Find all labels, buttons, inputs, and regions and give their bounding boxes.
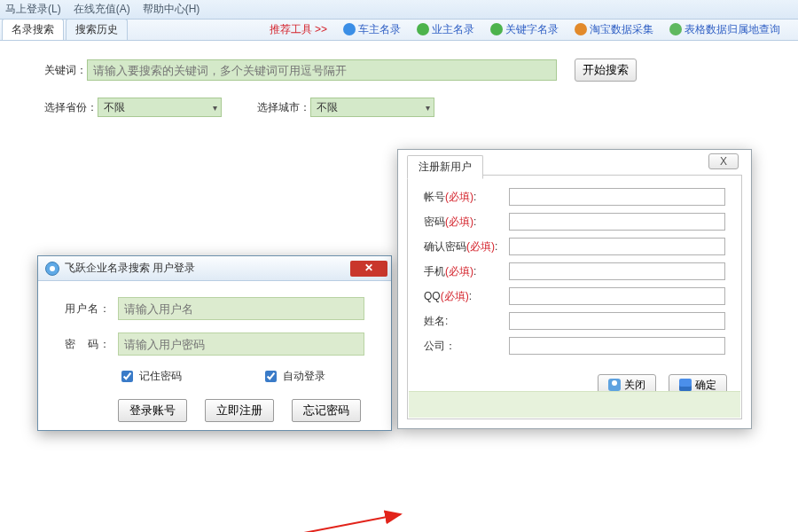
- link-keyword-dir[interactable]: 关键字名录: [490, 22, 559, 37]
- app-icon: [45, 262, 59, 276]
- menu-recharge[interactable]: 在线充值(A): [74, 2, 130, 17]
- login-button[interactable]: 登录账号: [118, 399, 187, 422]
- start-search-button[interactable]: 开始搜索: [575, 59, 637, 82]
- car-icon: [343, 23, 356, 35]
- taobao-icon: [575, 23, 587, 35]
- username-input[interactable]: [118, 297, 364, 320]
- password-input[interactable]: [118, 332, 364, 356]
- province-label: 选择省份：: [44, 100, 98, 115]
- menu-login[interactable]: 马上登录(L): [5, 2, 61, 17]
- save-icon: [679, 379, 692, 391]
- reg-account-input[interactable]: [509, 188, 725, 206]
- login-titlebar: 飞跃企业名录搜索 用户登录 ✕: [38, 256, 391, 281]
- chevron-down-icon: ▾: [213, 103, 217, 113]
- tool-links: 推荐工具 >> 车主名录 业主名录 关键字名录 淘宝数据采集 表格数据归属地查询: [270, 19, 798, 40]
- link-attribution[interactable]: 表格数据归属地查询: [669, 22, 780, 37]
- house-icon: [417, 23, 429, 35]
- autologin-checkbox[interactable]: 自动登录: [262, 368, 325, 385]
- menu-help[interactable]: 帮助中心(H): [143, 2, 200, 17]
- password-label: 密 码：: [65, 337, 118, 352]
- keyword-label: 关键词：: [44, 63, 87, 78]
- reg-footer-strip: [409, 391, 740, 418]
- reg-password-input[interactable]: [509, 213, 725, 231]
- chevron-down-icon: ▾: [426, 103, 430, 113]
- link-car-owner[interactable]: 车主名录: [343, 22, 401, 37]
- register-box: 帐号(必填): 密码(必填): 确认密码(必填): 手机(必填): QQ(必填)…: [407, 175, 742, 419]
- register-close-button[interactable]: X: [708, 153, 739, 169]
- globe-icon: [669, 23, 682, 35]
- username-label: 用户名：: [65, 301, 118, 317]
- city-value: 不限: [317, 100, 338, 115]
- key-icon: [490, 23, 503, 35]
- reg-name-input[interactable]: [509, 312, 725, 330]
- close-button[interactable]: ✕: [350, 261, 387, 277]
- province-select[interactable]: 不限 ▾: [98, 98, 222, 117]
- province-value: 不限: [104, 100, 125, 115]
- tab-directory-search[interactable]: 名录搜索: [2, 19, 64, 40]
- link-house-owner[interactable]: 业主名录: [417, 22, 474, 37]
- reg-company-input[interactable]: [509, 337, 725, 355]
- reg-confirm-input[interactable]: [509, 238, 725, 255]
- menu-bar: 马上登录(L) 在线充值(A) 帮助中心(H): [0, 0, 798, 20]
- forgot-password-button[interactable]: 忘记密码: [292, 399, 361, 422]
- search-panel: 关键词： 开始搜索 选择省份： 不限 ▾ 选择城市： 不限 ▾: [0, 41, 798, 142]
- keyword-input[interactable]: [87, 59, 557, 81]
- reg-phone-input[interactable]: [509, 262, 725, 280]
- login-title-text: 飞跃企业名录搜索 用户登录: [65, 261, 195, 276]
- register-tab-title: 注册新用户: [407, 155, 483, 179]
- tab-bar: 名录搜索 搜索历史 推荐工具 >> 车主名录 业主名录 关键字名录 淘宝数据采集…: [0, 20, 798, 41]
- tab-search-history[interactable]: 搜索历史: [66, 19, 128, 40]
- link-taobao[interactable]: 淘宝数据采集: [575, 22, 653, 37]
- reg-qq-input[interactable]: [509, 287, 725, 305]
- register-now-button[interactable]: 立即注册: [205, 399, 274, 422]
- city-select[interactable]: 不限 ▾: [310, 98, 434, 117]
- login-dialog: 飞跃企业名录搜索 用户登录 ✕ 用户名： 密 码： 记住密码 自动登录 登录账号…: [37, 255, 392, 431]
- register-dialog: 注册新用户 X 帐号(必填): 密码(必填): 确认密码(必填): 手机(必填)…: [397, 149, 752, 429]
- city-label: 选择城市：: [257, 100, 310, 115]
- recommend-label: 推荐工具 >>: [270, 22, 327, 37]
- remember-checkbox[interactable]: 记住密码: [118, 368, 182, 385]
- user-icon: [608, 379, 621, 391]
- svg-line-1: [262, 514, 401, 532]
